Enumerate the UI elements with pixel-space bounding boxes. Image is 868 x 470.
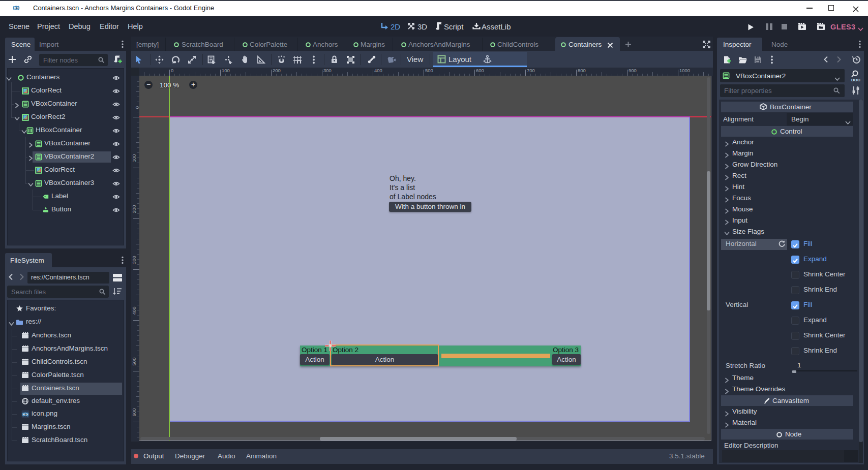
svg-text:DOC: DOC: [851, 78, 860, 82]
